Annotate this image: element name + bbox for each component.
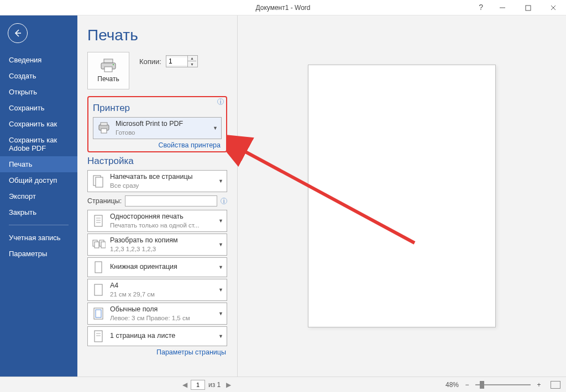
help-icon[interactable]: ? [479, 3, 483, 12]
printer-dropdown[interactable]: Microsoft Print to PDF Готово ▼ [93, 117, 222, 139]
chevron-down-icon: ▼ [218, 333, 223, 339]
printer-highlight-box: Принтер i Microsoft Print to PDF Готово … [87, 96, 227, 152]
sidebar-item-saveas[interactable]: Сохранить как [0, 116, 77, 132]
printer-device-icon [97, 121, 111, 135]
portrait-icon [91, 260, 106, 274]
paper-icon [91, 283, 106, 297]
paper-size-dropdown[interactable]: A4 21 см x 29,7 см ▼ [87, 279, 227, 301]
sidebar-item-open[interactable]: Открыть [0, 84, 77, 100]
sidebar-item-account[interactable]: Учетная запись [0, 230, 77, 246]
close-button[interactable] [541, 0, 566, 15]
print-button-label: Печать [97, 75, 119, 83]
svg-rect-26 [95, 331, 102, 342]
page-number-input[interactable] [191, 380, 205, 390]
backstage-sidebar: Сведения Создать Открыть Сохранить Сохра… [0, 15, 77, 377]
copies-up[interactable]: ▲ [188, 56, 196, 61]
svg-rect-11 [101, 129, 107, 133]
minimize-button[interactable] [490, 0, 515, 15]
svg-rect-22 [95, 262, 102, 273]
collate-sub: 1,2,3 1,2,3 1,2,3 [110, 245, 214, 253]
pages-input[interactable] [125, 195, 217, 206]
page-count-label: из 1 [208, 381, 221, 389]
svg-rect-5 [104, 59, 113, 63]
paper-sub: 21 см x 29,7 см [110, 290, 214, 298]
preview-page [308, 65, 496, 327]
pages-icon [91, 174, 106, 188]
svg-rect-19 [95, 242, 99, 248]
sidebar-item-saveas-pdf[interactable]: Сохранить как Adobe PDF [0, 132, 77, 156]
zoom-out-button[interactable]: − [463, 381, 471, 389]
sidebar-item-options[interactable]: Параметры [0, 246, 77, 262]
margins-sub: Левое: 3 см Правое: 1,5 см [110, 314, 214, 322]
zoom-fit-button[interactable] [551, 381, 560, 389]
copies-down[interactable]: ▼ [188, 61, 196, 67]
chevron-down-icon: ▼ [218, 218, 223, 224]
chevron-down-icon: ▼ [213, 125, 218, 131]
window-controls [490, 0, 566, 15]
chevron-down-icon: ▼ [218, 264, 223, 270]
sidebar-item-new[interactable]: Создать [0, 68, 77, 84]
print-range-dropdown[interactable]: Напечатать все страницы Все сразу ▼ [87, 170, 227, 192]
next-page-button[interactable]: ▶ [224, 381, 233, 389]
one-sided-icon [91, 214, 106, 228]
chevron-down-icon: ▼ [218, 287, 223, 293]
sidebar-separator [9, 225, 69, 225]
svg-point-8 [113, 64, 114, 66]
print-settings-panel: Печать Печать Копии: [77, 15, 238, 377]
collate-title: Разобрать по копиям [110, 236, 214, 245]
copies-label: Копии: [139, 57, 161, 66]
page-setup-link[interactable]: Параметры страницы [156, 348, 226, 356]
copies-input[interactable] [166, 57, 187, 65]
printer-info-icon[interactable]: i [217, 98, 224, 105]
print-range-title: Напечатать все страницы [110, 173, 214, 182]
printer-icon [99, 59, 117, 73]
printer-status: Готово [116, 129, 208, 136]
sidebar-item-export[interactable]: Экспорт [0, 188, 77, 204]
pages-per-sheet-dropdown[interactable]: 1 страница на листе ▼ [87, 326, 227, 346]
copies-spinner[interactable]: ▲ ▼ [166, 55, 198, 67]
chevron-down-icon: ▼ [218, 178, 223, 184]
print-range-sub: Все сразу [110, 182, 214, 189]
title-bar: Документ1 - Word ? [0, 0, 566, 15]
orientation-title: Книжная ориентация [110, 263, 214, 272]
per-sheet-icon [91, 329, 106, 343]
zoom-in-button[interactable]: + [535, 381, 543, 389]
paper-title: A4 [110, 282, 214, 290]
zoom-controls: 48% − + [446, 381, 560, 389]
print-button[interactable]: Печать [87, 52, 129, 89]
page-navigator: ◀ из 1 ▶ [180, 380, 233, 390]
settings-section-header: Настройка [87, 156, 227, 167]
margins-dropdown[interactable]: Обычные поля Левое: 3 см Правое: 1,5 см … [87, 303, 227, 325]
status-bar: ◀ из 1 ▶ 48% − + [0, 377, 566, 392]
sidebar-item-close[interactable]: Закрыть [0, 204, 77, 220]
sides-dropdown[interactable]: Односторонняя печать Печатать только на … [87, 210, 227, 232]
svg-rect-10 [101, 123, 107, 125]
svg-rect-14 [95, 215, 102, 226]
sidebar-item-info[interactable]: Сведения [0, 52, 77, 68]
page-title: Печать [87, 27, 227, 44]
pages-info-icon[interactable]: i [221, 198, 227, 204]
svg-rect-1 [526, 6, 531, 10]
window-title: Документ1 - Word [255, 4, 310, 12]
collate-icon [91, 237, 106, 252]
prev-page-button[interactable]: ◀ [180, 381, 190, 389]
svg-rect-7 [104, 67, 112, 72]
back-button[interactable] [8, 23, 28, 43]
sidebar-item-share[interactable]: Общий доступ [0, 172, 77, 188]
margins-icon [91, 306, 106, 321]
sidebar-item-print[interactable]: Печать [0, 156, 77, 172]
maximize-button[interactable] [515, 0, 541, 15]
orientation-dropdown[interactable]: Книжная ориентация ▼ [87, 257, 227, 277]
svg-rect-13 [96, 177, 103, 187]
sidebar-item-save[interactable]: Сохранить [0, 100, 77, 116]
collate-dropdown[interactable]: Разобрать по копиям 1,2,3 1,2,3 1,2,3 ▼ [87, 234, 227, 256]
chevron-down-icon: ▼ [218, 311, 223, 316]
zoom-level: 48% [446, 381, 459, 389]
per-sheet-title: 1 страница на листе [110, 332, 214, 341]
printer-section-header: Принтер [93, 103, 222, 114]
zoom-slider[interactable] [475, 384, 531, 385]
sides-title: Односторонняя печать [110, 213, 214, 221]
svg-rect-21 [101, 242, 106, 248]
printer-properties-link[interactable]: Свойства принтера [159, 141, 221, 149]
sides-sub: Печатать только на одной ст... [110, 221, 214, 229]
